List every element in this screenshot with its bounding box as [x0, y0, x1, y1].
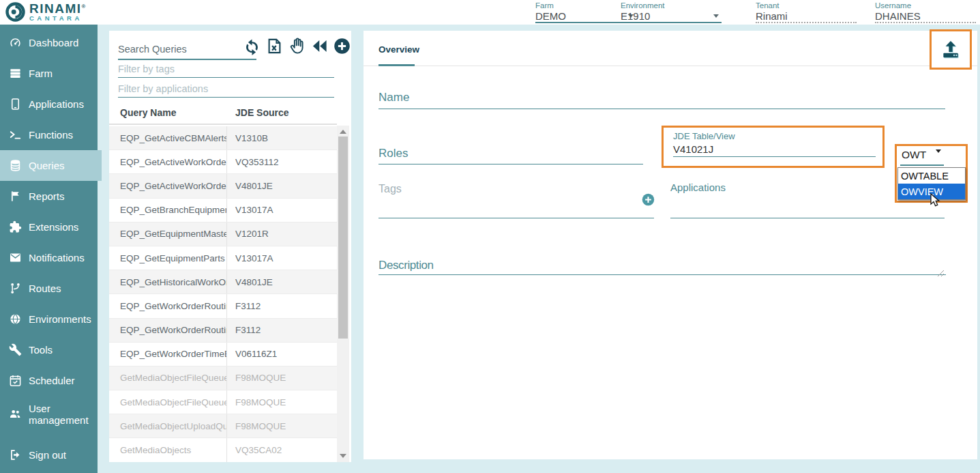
functions-icon [9, 128, 22, 141]
scroll-up-icon[interactable] [340, 130, 346, 134]
sidebar-item-applications[interactable]: Applications [0, 89, 98, 119]
sidebar-item-user-management[interactable]: User management [0, 396, 98, 432]
filter-tags-placeholder: Filter by tags [118, 63, 175, 74]
EQP_GetActiveWorkOrder[interactable]: EQP_GetActiveWorkOrder V4801JE [109, 174, 337, 198]
EQP_GetWorkOrderTimeEn[interactable]: EQP_GetWorkOrderTimeEn V06116Z1 [109, 343, 337, 367]
tags-input-underline [378, 218, 654, 218]
export-excel-button[interactable] [265, 37, 284, 55]
hand-icon [288, 37, 306, 55]
tenant-label: Tenant [756, 1, 857, 10]
refresh-icon [243, 37, 261, 55]
logo-text: RINAMI® CANTARA [29, 1, 87, 23]
pan-button[interactable] [288, 37, 306, 55]
logo-line2: CANTARA [29, 14, 87, 23]
sidebar-item-notifications[interactable]: Notifications [0, 242, 98, 273]
top-header: RINAMI® CANTARA Farm DEMO Environment E1… [0, 0, 980, 25]
upload-annotation-box [930, 29, 972, 70]
EQP_GetHistoricalWorkOrd[interactable]: EQP_GetHistoricalWorkOrd V4801JE [109, 270, 337, 294]
tenant-value: Rinami [756, 10, 788, 22]
description-textarea[interactable] [378, 274, 946, 275]
sidebar-item-extensions[interactable]: Extensions [0, 212, 98, 242]
sidebar-item-reports[interactable]: Reports [0, 181, 98, 212]
tools-icon [9, 343, 22, 356]
EQP_GetWorkOrderRouting[interactable]: EQP_GetWorkOrderRouting F3112 [109, 294, 337, 318]
jde-table-view-value[interactable]: V41021J [673, 143, 873, 155]
sidebar-item-queries[interactable]: Queries [0, 150, 102, 181]
tenant-field[interactable]: Tenant Rinami [756, 1, 857, 23]
query-list-panel: Search Queries Filter by tags Filter by … [109, 31, 351, 462]
GetMediaObjectUploadQu[interactable]: GetMediaObjectUploadQu F98MOQUE [109, 414, 337, 438]
sidebar-item-environments[interactable]: Environments [0, 304, 98, 334]
user-management-icon [9, 407, 22, 420]
environment-label: Environment [621, 1, 722, 10]
tab-overview[interactable]: Overview [378, 44, 419, 55]
owt-option-owtable[interactable]: OWTABLE [898, 168, 965, 184]
rinami-logo-icon [5, 1, 26, 23]
farm-value: DEMO [535, 10, 566, 22]
sidebar-item-dashboard[interactable]: Dashboard [0, 27, 98, 58]
environment-select[interactable]: Environment E1910 [621, 1, 722, 23]
GetMediaObjectFileQueue[interactable]: GetMediaObjectFileQueue F98MOQUE [109, 367, 337, 390]
query-table-rows: EQP_GetActiveCBMAlerts V1310B EQP_GetAct… [109, 126, 337, 462]
notifications-icon [9, 251, 22, 264]
GetMediaObjectFileQueue[interactable]: GetMediaObjectFileQueue F98MOQUE [109, 390, 337, 414]
search-placeholder: Search Queries [118, 44, 187, 55]
sidebar-item-sign-out[interactable]: Sign out [0, 440, 98, 470]
upload-icon[interactable] [940, 39, 962, 61]
jde-table-view-label: JDE Table/View [673, 131, 873, 141]
name-input[interactable] [378, 109, 945, 109]
EQP_GetEquipmentMaster[interactable]: EQP_GetEquipmentMaster V1201R [109, 223, 337, 246]
column-header-jde-source: JDE Source [227, 107, 289, 118]
rewind-icon [310, 37, 329, 55]
tags-input[interactable]: Tags [378, 183, 402, 195]
name-field-label: Name [378, 91, 409, 104]
logo-line1: RINAMI [29, 1, 82, 16]
extensions-icon [9, 220, 22, 233]
description-field-label: Description [378, 259, 434, 272]
column-header-query-name: Query Name [109, 107, 227, 118]
EQP_GetActiveWorkOrder[interactable]: EQP_GetActiveWorkOrder VQ353112 [109, 150, 337, 174]
plus-circle-icon [333, 37, 351, 55]
environments-icon [9, 313, 22, 326]
username-field[interactable]: Username DHAINES [875, 1, 976, 23]
queries-icon [9, 159, 22, 172]
EQP_GetActiveCBMAlerts[interactable]: EQP_GetActiveCBMAlerts V1310B [109, 126, 337, 150]
sidebar-item-routes[interactable]: Routes [0, 273, 98, 304]
refresh-button[interactable] [243, 37, 261, 55]
roles-input[interactable] [378, 164, 643, 164]
filter-apps-placeholder: Filter by applications [118, 83, 208, 94]
EQP_GetBranchEquipment[interactable]: EQP_GetBranchEquipment V13017A [109, 199, 337, 223]
environment-value: E1910 [621, 10, 650, 22]
applications-field-label: Applications [670, 182, 726, 193]
GetMediaObjects[interactable]: GetMediaObjects VQ35CA02 [109, 438, 337, 462]
sidebar-item-scheduler[interactable]: Scheduler [0, 365, 98, 396]
active-tab-underline [378, 64, 415, 66]
scroll-down-icon[interactable] [340, 454, 346, 458]
rinami-cantara-logo: RINAMI® CANTARA [5, 1, 87, 23]
EQP_GetWorkOrderRouting[interactable]: EQP_GetWorkOrderRouting F3112 [109, 319, 337, 343]
applications-icon [9, 98, 22, 111]
plus-circle-icon [641, 192, 655, 207]
table-header: Query Name JDE Source [109, 101, 337, 125]
query-detail-panel: Overview Name Roles JDE Table/View V4102… [363, 31, 977, 459]
resize-grip-icon[interactable] [937, 268, 945, 280]
sidebar-item-tools[interactable]: Tools [0, 334, 98, 365]
sidebar-item-functions[interactable]: Functions [0, 119, 98, 150]
routes-icon [9, 282, 22, 295]
filter-by-applications-input[interactable]: Filter by applications [118, 83, 334, 98]
scrollbar-thumb[interactable] [338, 137, 348, 339]
username-value: DHAINES [875, 10, 921, 22]
sidebar-item-farm[interactable]: Farm [0, 58, 98, 89]
filter-by-tags-input[interactable]: Filter by tags [118, 63, 334, 78]
applications-input[interactable] [670, 218, 945, 218]
search-input[interactable]: Search Queries [118, 39, 256, 60]
registered-mark: ® [82, 3, 87, 10]
add-query-button[interactable] [333, 37, 351, 55]
query-toolbar [243, 37, 351, 55]
jde-input-underline [673, 156, 876, 157]
jde-annotation-box: JDE Table/View V41021J [662, 126, 885, 168]
scrollbar[interactable] [337, 126, 349, 462]
collapse-button[interactable] [310, 37, 329, 55]
add-tag-button[interactable] [641, 192, 655, 207]
EQP_GetEquipmentParts[interactable]: EQP_GetEquipmentParts V13017A [109, 246, 337, 270]
